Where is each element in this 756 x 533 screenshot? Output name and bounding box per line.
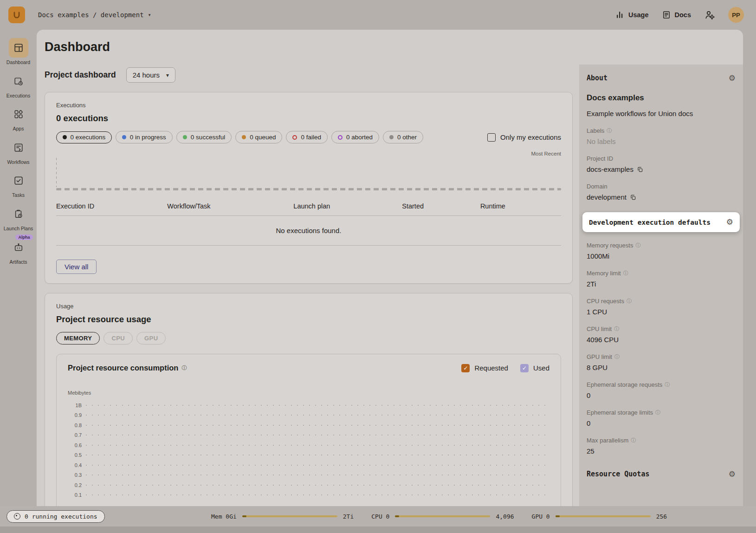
info-icon: ⓘ [614,354,620,359]
default-field-value: 0 [587,419,736,427]
filter-label: 0 successful [191,134,225,141]
column-header: Runtime [480,202,561,210]
gridline [86,494,549,495]
memory-meter: Mem 0Gi 2Ti [211,513,354,520]
cpu-meter-track [395,515,490,517]
info-icon: ⓘ [665,382,670,387]
cpu-meter-label: CPU 0 [371,513,389,520]
docs-link[interactable]: Docs [662,10,691,20]
default-field-value: 0 [587,391,736,399]
copy-icon[interactable] [630,194,636,201]
domain-label: Domain [587,183,736,190]
timeline-axis-left [56,158,57,187]
legend-requested[interactable]: ✓ Requested [461,364,508,372]
gpu-meter-track [556,515,651,517]
tab-cpu[interactable]: CPU [103,332,133,344]
sidebar-item-dashboard[interactable]: Dashboard [1,38,36,65]
view-all-button[interactable]: View all [56,260,97,274]
labels-field-label: Labels ⓘ [587,127,736,134]
chart-legend: ✓ Requested ✓ Used [461,364,549,372]
sidebar-item-apps[interactable]: Apps [1,104,36,132]
cpu-meter-max: 4,096 [496,513,514,520]
gpu-meter-fill [556,515,560,517]
gridline [86,465,549,466]
status-dot-all [63,135,67,139]
union-logo[interactable] [8,6,25,23]
bottom-strip [0,526,756,533]
info-icon: ⓘ [181,365,187,370]
about-panel: About ⚙ Docs examples Example workflows … [579,65,743,533]
filter-other[interactable]: 0 other [383,131,423,143]
only-my-executions-toggle[interactable]: Only my executions [487,133,561,142]
breadcrumb[interactable]: Docs examples / development ▾ [38,11,151,19]
y-tick: 0.3 [68,472,86,478]
memory-meter-max: 2Ti [343,513,354,520]
default-field-label: GPU limitⓘ [587,353,736,360]
executions-card: Executions 0 executions 0 executions 0 i… [45,92,573,284]
executions-table-header: Execution ID Workflow/Task Launch plan S… [56,202,561,216]
only-my-executions-label: Only my executions [500,133,561,141]
usage-link[interactable]: Usage [615,10,649,20]
legend-label: Used [533,364,549,372]
union-logo-icon [12,10,22,20]
used-checkbox[interactable]: ✓ [520,364,529,372]
artifacts-icon [13,242,24,253]
y-tick: 1B [68,403,86,408]
sidebar-item-workflows[interactable]: Workflows [1,138,36,165]
gridline [86,474,549,475]
topbar: Docs examples / development ▾ Usage Docs [0,0,756,30]
execution-defaults-gear-icon[interactable]: ⚙ [726,218,733,226]
project-id-value: docs-examples [587,165,736,173]
status-dot-failed [292,135,297,140]
only-my-executions-checkbox[interactable] [487,133,496,142]
user-settings-icon[interactable] [704,9,715,20]
tasks-icon [13,176,24,186]
info-icon: ⓘ [614,326,619,332]
avatar[interactable]: PP [728,7,744,23]
tab-memory[interactable]: MEMORY [56,332,100,344]
chevron-down-icon: ▾ [166,72,169,78]
y-tick: 0.4 [68,462,86,468]
default-field-value: 1000Mi [587,252,736,260]
gpu-meter: GPU 0 256 [532,513,667,520]
status-dot-successful [183,135,187,139]
launch-plans-icon [13,209,24,219]
filter-all-executions[interactable]: 0 executions [56,131,112,143]
sidebar-item-artifacts[interactable]: Alpha Artifacts [1,238,36,265]
timeline-axis-bottom [56,188,561,190]
default-field-value: 25 [587,447,736,455]
section-title: Project dashboard [45,70,116,80]
info-icon: ⓘ [607,128,612,133]
sidebar-item-executions[interactable]: Executions [1,72,36,99]
sidebar-item-tasks[interactable]: Tasks [1,171,36,198]
check-icon: ✓ [463,365,468,371]
y-tick: 0.9 [68,412,86,418]
resource-quotas-gear-icon[interactable]: ⚙ [729,470,736,478]
about-settings-gear-icon[interactable]: ⚙ [729,74,736,82]
breadcrumb-text: Docs examples / development [38,11,144,19]
y-tick: 0.5 [68,452,86,458]
gridline [86,405,549,406]
tab-gpu[interactable]: GPU [136,332,166,344]
default-field-label: Memory requestsⓘ [587,242,736,249]
filter-failed[interactable]: 0 failed [286,131,328,143]
requested-checkbox[interactable]: ✓ [461,364,470,372]
filter-in-progress[interactable]: 0 in progress [116,131,173,143]
filter-successful[interactable]: 0 successful [176,131,232,143]
filter-aborted[interactable]: 0 aborted [331,131,379,143]
y-axis-label: Mebibytes [68,390,549,396]
default-field-label: Ephemeral storage requestsⓘ [587,381,736,388]
default-field-label: Memory limitⓘ [587,270,736,277]
running-executions-pill[interactable]: 0 running executions [6,510,105,523]
filter-queued[interactable]: 0 queued [235,131,282,143]
sidebar-item-launch-plans[interactable]: Launch Plans [1,204,36,232]
filter-label: 0 queued [250,134,276,141]
running-indicator-icon [14,513,20,520]
domain-value: development [587,193,736,201]
content-frame: Dashboard Project dashboard 24 hours ▾ E… [37,30,743,533]
default-field-label: CPU limitⓘ [587,325,736,332]
time-range-select[interactable]: 24 hours ▾ [126,67,175,83]
legend-used[interactable]: ✓ Used [520,364,549,372]
resource-meters: Mem 0Gi 2Ti CPU 0 4,096 GPU 0 256 [211,506,667,526]
copy-icon[interactable] [637,166,643,173]
